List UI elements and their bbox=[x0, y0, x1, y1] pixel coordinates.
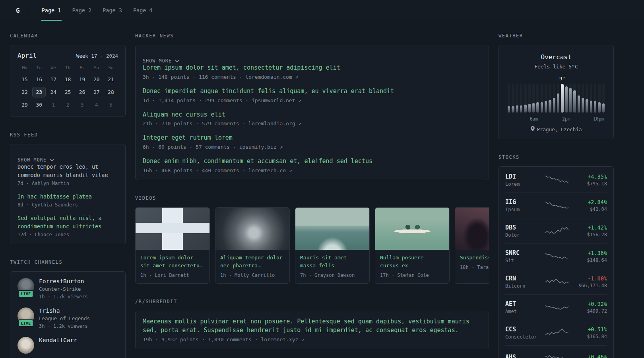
hacker-news-item: Aliquam nec cursus elit 21h · 710 points… bbox=[143, 111, 481, 127]
hn-item-title[interactable]: Aliquam nec cursus elit bbox=[143, 111, 481, 119]
stock-values: +1.42% $156.28 bbox=[570, 224, 607, 237]
page-tab[interactable]: Page 4 bbox=[128, 0, 158, 21]
stock-id: IIG Ipsum bbox=[505, 198, 543, 212]
video-thumbnail bbox=[455, 208, 489, 250]
video-thumbnail bbox=[375, 208, 449, 250]
stock-symbol: AET bbox=[505, 300, 543, 307]
weather-hour-label: 10pm bbox=[593, 116, 604, 122]
weather-hour-column bbox=[582, 84, 584, 113]
twitch-channel[interactable]: LIVE ForrestBurton Counter-Strike 1h · 1… bbox=[17, 278, 118, 300]
hn-source-link[interactable]: ipsumify.biz ↗ bbox=[239, 144, 283, 150]
weather-hour-column bbox=[557, 84, 559, 113]
stock-change: +2.84% bbox=[570, 199, 607, 205]
rss-card: SHOW MORE Donec tempor eros leo, ut comm… bbox=[10, 144, 126, 244]
rss-item-title[interactable]: In hac habitasse platea bbox=[17, 193, 118, 201]
video-card[interactable]: Suspendisse diam 18h · Tara bbox=[455, 207, 489, 284]
page-tab[interactable]: Page 1 bbox=[36, 0, 67, 21]
calendar-day: 28 bbox=[104, 87, 118, 97]
weather-bar bbox=[594, 101, 596, 113]
twitch-channel[interactable]: LIVE Trisha League of Legends 3h · 1.2k … bbox=[17, 307, 118, 329]
top-navigation: G Page 1Page 2Page 3Page 4 bbox=[0, 0, 644, 21]
hn-item-title[interactable]: Integer eget rutrum lorem bbox=[143, 134, 481, 142]
twitch-widget: TWITCH CHANNELS LIVE ForrestBurton Count… bbox=[10, 259, 126, 358]
stock-id: DBS Dolor bbox=[505, 224, 543, 238]
channel-info: KendallCarr bbox=[39, 337, 77, 343]
video-thumbnail bbox=[215, 208, 289, 250]
stock-sparkline bbox=[543, 276, 570, 288]
weekday-label: Th bbox=[60, 65, 75, 70]
subreddit-item-title[interactable]: Maecenas mollis pulvinar erat non posuer… bbox=[143, 317, 481, 335]
calendar-day: 29 bbox=[18, 99, 31, 110]
weather-hour-column bbox=[512, 84, 514, 113]
hn-item-meta: 16h · 468 points · 440 comments · loremt… bbox=[143, 167, 481, 173]
stock-symbol: DBS bbox=[505, 224, 543, 231]
rss-item: Donec tempor eros leo, ut commodo mauris… bbox=[17, 163, 118, 186]
video-card[interactable]: Nullam posuere cursus ex 17h · Stefan Co… bbox=[375, 207, 450, 284]
channel-meta: 3h · 1.2k viewers bbox=[39, 323, 90, 329]
calendar-day: 4 bbox=[90, 99, 103, 110]
stock-name: Lorem bbox=[505, 181, 543, 187]
calendar-week: Week 17 bbox=[76, 53, 97, 59]
hn-source-link[interactable]: loremdomain.com ↗ bbox=[245, 74, 298, 80]
stock-price: $795.18 bbox=[570, 181, 607, 187]
hn-item-title[interactable]: Donec imperdiet augue tincidunt felis al… bbox=[143, 87, 481, 96]
hn-item-title[interactable]: Donec enim nibh, condimentum et accumsan… bbox=[143, 157, 481, 166]
video-meta: 17h · Stefan Cole bbox=[380, 272, 444, 278]
video-meta: 18h · Tara bbox=[460, 265, 489, 270]
page-tab[interactable]: Page 3 bbox=[97, 0, 128, 21]
stock-row: AHS +0.46% bbox=[505, 345, 607, 358]
hacker-news-item: Donec imperdiet augue tincidunt felis al… bbox=[143, 87, 481, 103]
hn-source-link[interactable]: loremtech.co ↗ bbox=[248, 167, 292, 173]
show-more-label: SHOW MORE bbox=[143, 58, 172, 64]
weather-condition: Overcast bbox=[506, 53, 606, 61]
rss-show-more-button[interactable]: SHOW MORE bbox=[17, 157, 54, 163]
video-thumbnail bbox=[136, 208, 209, 250]
video-title: Nullam posuere cursus ex bbox=[380, 254, 444, 270]
stock-values: +2.84% $42.04 bbox=[570, 199, 607, 212]
subreddit-widget: /R/SUBREDDIT Maecenas mollis pulvinar er… bbox=[135, 299, 489, 349]
video-card[interactable]: Mauris sit amet massa felis 7h · Grayson… bbox=[295, 207, 370, 284]
hn-item-title[interactable]: Lorem ipsum dolor sit amet, consectetur … bbox=[143, 64, 481, 72]
stock-values: -1.00% $66,171.48 bbox=[570, 275, 607, 288]
calendar-day-grid: 1516171819202122232425262728293012345 bbox=[17, 74, 118, 110]
rss-item-title[interactable]: Sed volutpat nulla nisl, a condimentum n… bbox=[17, 214, 118, 231]
stock-row: IIG Ipsum +2.84% $42.04 bbox=[505, 193, 607, 218]
weather-hour-column bbox=[541, 84, 543, 113]
live-badge: LIVE bbox=[18, 319, 34, 327]
weather-hour-column bbox=[516, 84, 518, 113]
videos-widget-title: VIDEOS bbox=[135, 195, 489, 201]
stock-sparkline bbox=[543, 327, 570, 339]
hn-source-link[interactable]: ipsumworld.net ↗ bbox=[252, 97, 301, 103]
video-card[interactable]: Lorem ipsum dolor sit amet consectetu… 1… bbox=[135, 207, 210, 284]
hn-source-link[interactable]: loremlandia.org ↗ bbox=[248, 121, 301, 126]
weather-bar bbox=[516, 105, 518, 113]
stock-row: AET Amet +0.92% $499.72 bbox=[505, 294, 607, 320]
weather-card: Overcast Feels like 5°C 9° 6am2pm10pm Pr… bbox=[499, 45, 614, 139]
hn-show-more-button[interactable]: SHOW MORE bbox=[143, 58, 179, 64]
stock-values: +0.46% bbox=[570, 354, 607, 358]
page-tab[interactable]: Page 2 bbox=[66, 0, 97, 21]
stock-name: Dolor bbox=[505, 232, 543, 238]
stock-change: +0.46% bbox=[570, 354, 607, 358]
stock-price: $156.28 bbox=[570, 232, 607, 237]
video-meta: 1h · Molly Carrillo bbox=[220, 272, 285, 278]
calendar-day: 17 bbox=[47, 74, 60, 85]
stock-sparkline bbox=[543, 251, 570, 263]
rss-item-title[interactable]: Donec tempor eros leo, ut commodo mauris… bbox=[17, 163, 118, 179]
twitch-channel[interactable]: KendallCarr bbox=[17, 337, 118, 354]
video-card[interactable]: Aliquam tempor dolor nec pharetra… 1h · … bbox=[215, 207, 290, 284]
stock-id: LDI Lorem bbox=[505, 173, 543, 187]
avatar bbox=[17, 337, 34, 354]
video-card-body: Nullam posuere cursus ex 17h · Stefan Co… bbox=[375, 250, 449, 283]
weather-hour-column bbox=[586, 84, 588, 113]
stock-id: AET Amet bbox=[505, 300, 543, 314]
weather-bar bbox=[520, 105, 522, 113]
calendar-day: 26 bbox=[76, 87, 89, 97]
hacker-news-item: Donec enim nibh, condimentum et accumsan… bbox=[143, 157, 481, 173]
hn-meta-text: 6h · 60 points · 57 comments · bbox=[143, 144, 236, 150]
hacker-news-item: Integer eget rutrum lorem 6h · 60 points… bbox=[143, 134, 481, 150]
subreddit-source-link[interactable]: loremnet.xyz ↗ bbox=[261, 337, 305, 342]
hn-meta-text: 16h · 468 points · 440 comments · bbox=[143, 167, 245, 173]
calendar-day: 1 bbox=[47, 99, 60, 110]
stock-change: +0.92% bbox=[570, 301, 607, 307]
